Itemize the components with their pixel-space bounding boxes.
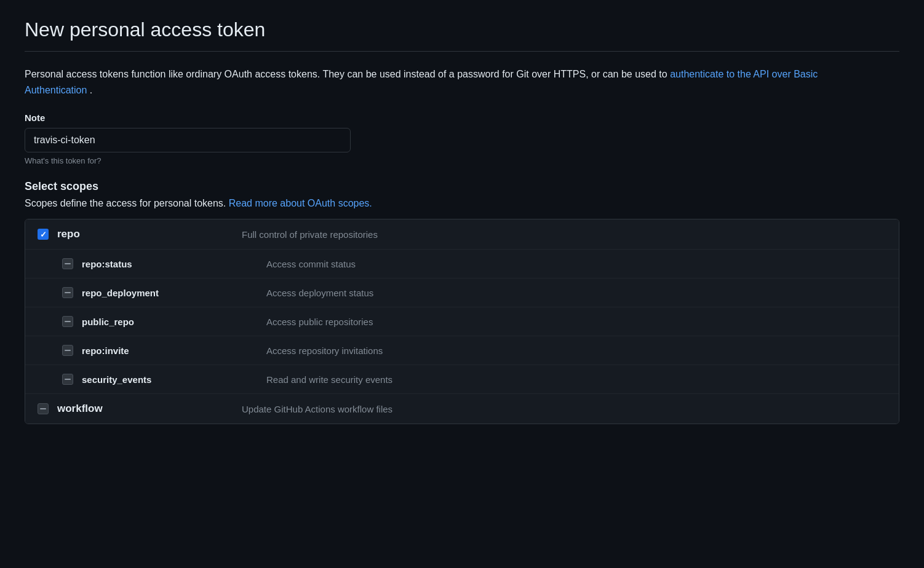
public-repo-scope-desc: Access public repositories (266, 317, 886, 327)
scopes-section: Select scopes Scopes define the access f… (25, 180, 899, 424)
note-hint: What's this token for? (25, 156, 899, 165)
description-text1: Personal access tokens function like ord… (25, 69, 670, 79)
scope-row-repo-deployment: repo_deployment Access deployment status (25, 278, 899, 307)
security-events-checkbox[interactable] (62, 374, 73, 385)
security-events-checkbox-wrapper[interactable] (62, 374, 73, 385)
scopes-table: repo Full control of private repositorie… (25, 219, 899, 424)
security-events-scope-desc: Read and write security events (266, 374, 886, 385)
workflow-scope-name: workflow (57, 403, 229, 415)
section-divider (25, 51, 899, 52)
scope-row-repo-invite: repo:invite Access repository invitation… (25, 336, 899, 365)
public-repo-checkbox[interactable] (62, 316, 73, 327)
repo-invite-scope-name: repo:invite (82, 345, 254, 356)
repo-deployment-scope-name: repo_deployment (82, 288, 254, 298)
note-field-container: Note What's this token for? (25, 112, 899, 165)
workflow-scope-desc: Update GitHub Actions workflow files (242, 404, 886, 414)
repo-invite-checkbox[interactable] (62, 345, 73, 356)
repo-deployment-checkbox-wrapper[interactable] (62, 287, 73, 298)
scopes-title: Select scopes (25, 180, 899, 193)
oauth-scopes-link[interactable]: Read more about OAuth scopes. (229, 198, 372, 208)
scope-row-repo-status: repo:status Access commit status (25, 250, 899, 278)
scope-row-repo: repo Full control of private repositorie… (25, 219, 899, 250)
page-title: New personal access token (25, 18, 899, 41)
scope-row-security-events: security_events Read and write security … (25, 365, 899, 394)
scopes-description: Scopes define the access for personal to… (25, 198, 899, 209)
repo-deployment-checkbox[interactable] (62, 287, 73, 298)
repo-status-scope-desc: Access commit status (266, 259, 886, 269)
security-events-scope-name: security_events (82, 374, 254, 385)
repo-deployment-scope-desc: Access deployment status (266, 288, 886, 298)
scope-row-workflow: workflow Update GitHub Actions workflow … (25, 394, 899, 424)
public-repo-scope-name: public_repo (82, 317, 254, 327)
repo-invite-checkbox-wrapper[interactable] (62, 345, 73, 356)
description-text2: . (90, 85, 92, 95)
repo-scope-desc: Full control of private repositories (242, 229, 886, 240)
repo-checkbox-wrapper[interactable] (38, 229, 49, 240)
note-label: Note (25, 112, 899, 123)
repo-invite-scope-desc: Access repository invitations (266, 345, 886, 356)
repo-scope-name: repo (57, 228, 229, 240)
public-repo-checkbox-wrapper[interactable] (62, 316, 73, 327)
repo-checkbox[interactable] (38, 229, 49, 240)
page-description: Personal access tokens function like ord… (25, 66, 874, 98)
repo-status-scope-name: repo:status (82, 259, 254, 269)
workflow-checkbox[interactable] (38, 403, 49, 414)
note-input[interactable] (25, 128, 351, 152)
scopes-description-text: Scopes define the access for personal to… (25, 198, 229, 208)
repo-status-checkbox-wrapper[interactable] (62, 258, 73, 269)
scope-row-public-repo: public_repo Access public repositories (25, 307, 899, 336)
repo-status-checkbox[interactable] (62, 258, 73, 269)
